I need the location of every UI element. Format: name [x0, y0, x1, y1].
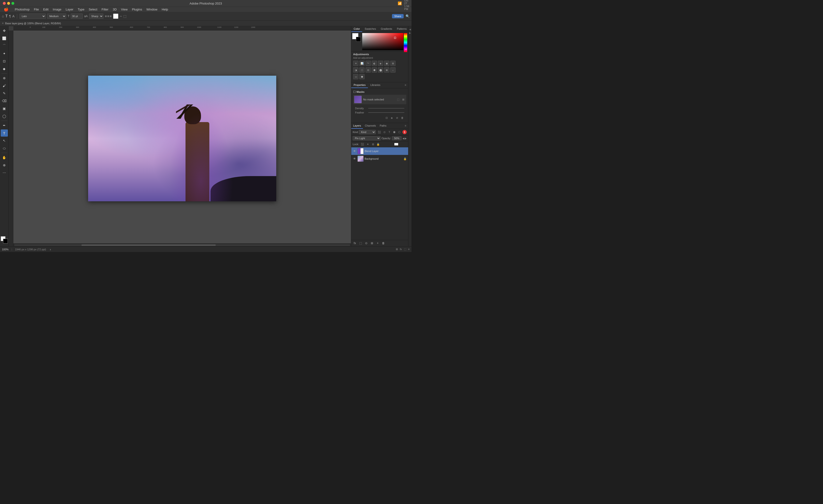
canvas-content[interactable] — [13, 30, 351, 246]
menu-view[interactable]: View — [119, 7, 130, 12]
align-center-button[interactable]: ≡ — [107, 14, 109, 18]
tab-channels[interactable]: Channels — [363, 123, 378, 129]
layer-bg-visibility[interactable]: 👁 — [353, 157, 356, 161]
colorlookup-adj[interactable]: ⬢ — [372, 67, 377, 72]
background-color[interactable] — [3, 239, 8, 243]
fill-slider-area[interactable] — [382, 143, 407, 146]
gradient-tool[interactable]: ▣ — [1, 105, 8, 112]
magic-wand-tool[interactable]: ✦ — [1, 50, 8, 57]
warp-text-icon[interactable]: ⌢ — [120, 14, 122, 18]
character-panel-icon[interactable]: ¶ — [9, 14, 11, 18]
blackwhite-adj[interactable]: ◑ — [353, 67, 358, 72]
pixel-mask-icon[interactable]: ⬚ — [396, 97, 400, 101]
menu-filter[interactable]: Filter — [100, 7, 111, 12]
menu-layer[interactable]: Layer — [64, 7, 75, 12]
eraser-tool[interactable]: ⌫ — [1, 97, 8, 104]
apple-menu[interactable]: 🍎 — [2, 7, 10, 12]
clone-tool[interactable]: ✎ — [1, 90, 8, 97]
menu-help[interactable]: Help — [160, 7, 170, 12]
selectivecolor-adj[interactable]: ⬟ — [359, 74, 365, 79]
tab-patterns[interactable]: Patterns — [394, 26, 409, 32]
adjustment-filter-icon[interactable]: ⊙ — [382, 130, 386, 134]
channelmix-adj[interactable]: ⊟ — [365, 67, 371, 72]
layer-bg-name[interactable]: Background — [365, 157, 402, 160]
color-picker-container[interactable]: ▲ — [362, 33, 407, 50]
filter-active-indicator[interactable]: 1 — [402, 130, 407, 134]
canvas-area[interactable]: 0 100 200 300 400 500 600 700 800 900 10… — [9, 26, 351, 246]
lock-pixels-icon[interactable]: ⬛ — [360, 142, 365, 146]
tab-swatches[interactable]: Swatches — [362, 26, 378, 32]
search-icon[interactable]: 🔍 — [405, 14, 409, 18]
bg-swatch[interactable] — [356, 37, 361, 42]
shape-tool[interactable]: ⬭ — [1, 145, 8, 152]
lasso-tool[interactable]: ⌒ — [1, 42, 8, 49]
align-right-button[interactable]: ≡ — [110, 14, 112, 18]
status-nav-arrow[interactable]: › — [50, 247, 51, 251]
crop-tool[interactable]: ⊡ — [1, 58, 8, 65]
menu-type[interactable]: Type — [76, 7, 86, 12]
antialiasing-select[interactable]: Sharp — [89, 14, 103, 19]
pixel-filter-icon[interactable]: ⬛ — [377, 130, 381, 134]
document-tab-title[interactable]: Base layer.jpeg @ 100% (Blend Layer, RGB… — [5, 22, 61, 25]
fg-bg-indicator[interactable] — [352, 33, 361, 42]
menu-window[interactable]: Window — [145, 7, 159, 12]
feather-slider[interactable] — [368, 112, 404, 113]
layer-blend-thumbnail[interactable] — [357, 148, 364, 154]
menu-photoshop[interactable]: Photoshop — [13, 7, 31, 12]
text-color-swatch[interactable] — [113, 14, 118, 19]
tab-properties[interactable]: Properties — [351, 82, 368, 88]
type-filter-icon[interactable]: T — [387, 130, 391, 134]
shape-filter-icon[interactable]: ⬟ — [392, 130, 396, 134]
menu-edit[interactable]: Edit — [41, 7, 50, 12]
levels-adj[interactable]: 📊 — [359, 61, 365, 66]
status-fx-icon[interactable]: fx — [400, 248, 402, 251]
lock-artboard-icon[interactable]: ⊞ — [371, 142, 375, 146]
huesat-adj[interactable]: ◉ — [384, 61, 389, 66]
menu-select[interactable]: Select — [87, 7, 99, 12]
tab-color[interactable]: Color — [351, 26, 362, 32]
collapse-panels-icon[interactable]: ◀ — [409, 28, 411, 31]
hand-tool[interactable]: ✋ — [1, 154, 8, 161]
layers-panel-more[interactable]: ≡ — [403, 123, 408, 129]
photofilter-adj[interactable]: ⬡ — [359, 67, 365, 72]
density-slider[interactable] — [368, 108, 404, 108]
colorbal-adj[interactable]: ⊞ — [390, 61, 395, 66]
fx-button[interactable]: fx — [353, 241, 357, 245]
menu-plugins[interactable]: Plugins — [130, 7, 144, 12]
zoom-level[interactable]: 100% — [2, 248, 9, 251]
opacity-up-arrow[interactable]: ▶ — [405, 137, 407, 140]
vibrance-adj[interactable]: ◈ — [378, 61, 383, 66]
path-select-tool[interactable]: ↖ — [1, 137, 8, 144]
dodge-tool[interactable]: ◯ — [1, 112, 8, 120]
eyedropper-tool[interactable]: ◆ — [1, 65, 8, 72]
apply-mask-icon[interactable]: ◈ — [389, 115, 394, 120]
scrollbar-track-h[interactable] — [14, 244, 350, 246]
lock-all-icon[interactable]: 🔒 — [376, 142, 380, 146]
healing-tool[interactable]: ⊕ — [1, 74, 8, 82]
blend-mode-select[interactable]: Pin Light — [353, 136, 380, 141]
fg-bg-colors[interactable] — [1, 236, 8, 243]
tab-paths[interactable]: Paths — [378, 123, 388, 129]
disable-mask-icon[interactable]: ⊘ — [395, 115, 399, 120]
align-left-button[interactable]: ≡ — [105, 14, 107, 18]
lock-position-icon[interactable]: ✦ — [365, 142, 370, 146]
type-tool[interactable]: T — [1, 130, 8, 137]
canvas-image[interactable] — [88, 76, 276, 201]
layer-item-background[interactable]: 👁 Background 🔒 — [351, 155, 408, 163]
opacity-input[interactable] — [392, 137, 401, 140]
menu-3d[interactable]: 3D — [111, 7, 119, 12]
font-family-icon[interactable]: A — [12, 14, 14, 18]
delete-layer-button[interactable]: 🗑 — [381, 241, 385, 245]
minimize-dot[interactable] — [7, 2, 10, 5]
scrollbar-horizontal[interactable] — [13, 243, 351, 246]
share-button[interactable]: Share — [392, 14, 403, 18]
maximize-dot[interactable] — [11, 2, 14, 5]
new-group-button[interactable]: ⊞ — [370, 241, 374, 245]
marquee-tool[interactable]: ⬜ — [1, 35, 8, 42]
posterize-adj[interactable]: ⊠ — [384, 67, 389, 72]
status-arrange-icon[interactable]: ⊞ — [396, 248, 398, 251]
threshold-adj[interactable]: ⬦ — [390, 67, 395, 72]
smartobj-filter-icon[interactable]: ⬡ — [397, 130, 401, 134]
delete-mask-icon[interactable]: 🗑 — [400, 115, 404, 120]
color-picker-gradient[interactable] — [362, 33, 403, 50]
